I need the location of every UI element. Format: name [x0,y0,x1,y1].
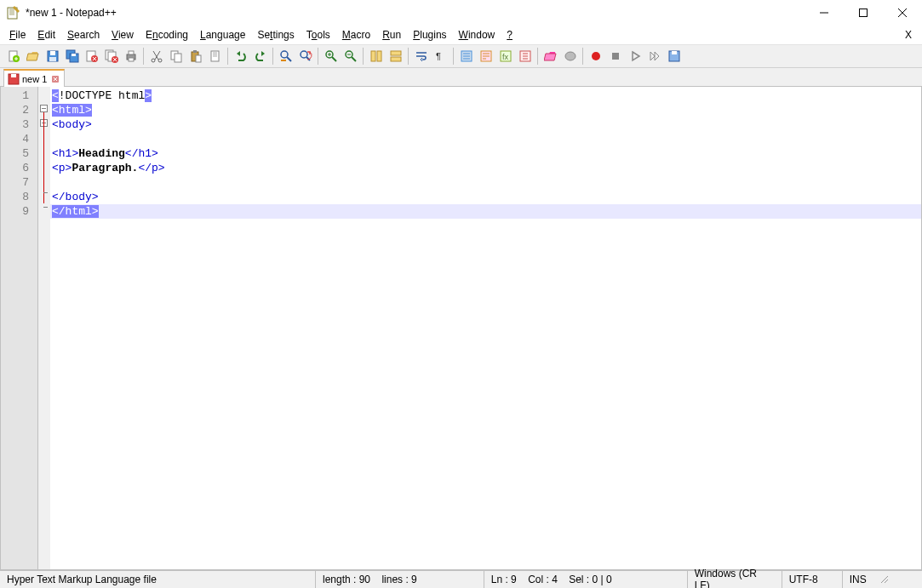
svg-rect-9 [49,57,56,61]
svg-rect-26 [193,50,197,53]
svg-rect-24 [175,54,181,62]
svg-rect-20 [129,58,134,61]
fold-box-icon[interactable] [40,105,48,112]
menu-help[interactable]: ? [501,27,518,43]
svg-rect-49 [612,53,619,60]
tab-bar: new 1 [0,68,922,87]
svg-text:fx: fx [502,53,509,61]
foldall-icon[interactable] [515,47,535,66]
menu-file[interactable]: File [3,27,31,43]
menu-run[interactable]: Run [376,27,407,43]
save-icon[interactable] [43,47,62,66]
funclist-icon[interactable]: fx [495,47,515,66]
closeall-icon[interactable] [101,47,121,66]
indent-guide-icon[interactable] [456,47,476,66]
savemacro-icon[interactable] [664,47,684,66]
record-icon[interactable] [586,47,605,66]
menu-view[interactable]: View [106,27,140,43]
svg-rect-2 [860,9,868,16]
svg-rect-51 [672,51,677,54]
svg-rect-8 [50,51,55,55]
window-buttons [805,0,922,25]
status-length: length : 90 lines : 9 [316,571,424,588]
menu-bar: File Edit Search View Encoding Language … [0,26,922,44]
play-icon[interactable] [625,47,644,66]
tab-new-1[interactable]: new 1 [3,69,65,87]
zoomin-icon[interactable] [321,47,341,66]
status-filetype: Hyper Text Markup Language file [0,571,315,588]
cut-icon[interactable] [146,47,166,66]
menu-tools[interactable]: Tools [301,27,336,43]
stop-icon[interactable] [605,47,625,66]
menu-language[interactable]: Language [194,27,251,43]
wordwrap-icon[interactable] [411,47,431,66]
svg-rect-40 [391,57,401,61]
svg-rect-12 [72,54,76,56]
status-insert-mode[interactable]: INS [843,571,877,588]
svg-rect-38 [377,51,381,61]
fold-corner [43,207,48,208]
line-number-gutter[interactable]: 123456789 [1,87,38,569]
svg-point-21 [152,59,155,62]
saveall-icon[interactable] [62,47,82,66]
svg-rect-53 [11,74,16,77]
allchars-icon[interactable]: ¶ [431,47,450,66]
open-icon[interactable] [23,47,43,66]
maximize-button[interactable] [844,0,883,25]
menu-macro[interactable]: Macro [336,27,376,43]
fold-line [43,112,44,203]
close-icon[interactable] [82,47,101,66]
fold-column[interactable] [38,87,50,569]
close-button[interactable] [883,0,922,25]
code-area[interactable]: <!DOCTYPE html><html><body><h1>Heading</… [50,87,921,569]
resize-grip-icon[interactable] [877,574,891,585]
svg-point-47 [565,52,576,60]
title-bar: *new 1 - Notepad++ [0,0,922,26]
paste-icon[interactable] [186,47,205,66]
find-icon[interactable] [276,47,295,66]
new-icon[interactable] [3,47,23,66]
sync-h-icon[interactable] [386,47,405,66]
fold-corner [43,192,48,193]
playmulti-icon[interactable] [644,47,664,66]
menu-close-x[interactable]: X [898,27,919,43]
copy-icon[interactable] [166,47,186,66]
menu-settings[interactable]: Settings [251,27,300,43]
svg-rect-39 [391,51,401,55]
svg-rect-37 [371,51,375,61]
svg-line-34 [332,57,336,61]
redo-icon[interactable] [250,47,270,66]
svg-line-30 [287,57,291,61]
undo-icon[interactable] [231,47,250,66]
print-icon[interactable] [121,47,140,66]
svg-text:¶: ¶ [436,51,441,61]
userlang-icon[interactable] [476,47,495,66]
tab-label: new 1 [22,74,47,84]
menu-edit[interactable]: Edit [31,27,61,43]
menu-search[interactable]: Search [61,27,106,43]
status-encoding[interactable]: UTF-8 [782,571,842,588]
status-eol[interactable]: Windows (CR LF) [688,571,782,588]
replace-icon[interactable] [295,47,315,66]
menu-window[interactable]: Window [453,27,501,43]
sync-v-icon[interactable] [366,47,386,66]
svg-line-36 [352,57,356,61]
window-title: *new 1 - Notepad++ [26,7,805,19]
folder-icon[interactable] [541,47,560,66]
svg-point-48 [592,52,600,60]
delete-icon[interactable] [205,47,225,66]
menu-plugins[interactable]: Plugins [407,27,452,43]
status-bar: Hyper Text Markup Language file length :… [0,570,922,588]
zoomout-icon[interactable] [341,47,360,66]
minimize-button[interactable] [805,0,844,25]
docmap-icon[interactable] [560,47,580,66]
toolbar: ¶ fx [0,44,922,68]
editor: 123456789 <!DOCTYPE html><html><body><h1… [0,87,922,570]
menu-encoding[interactable]: Encoding [140,27,194,43]
svg-point-22 [158,59,162,62]
svg-point-31 [301,51,307,58]
unsaved-file-icon [8,73,20,85]
svg-rect-19 [129,51,134,54]
tab-close-icon[interactable] [50,74,60,84]
app-icon [7,6,20,20]
